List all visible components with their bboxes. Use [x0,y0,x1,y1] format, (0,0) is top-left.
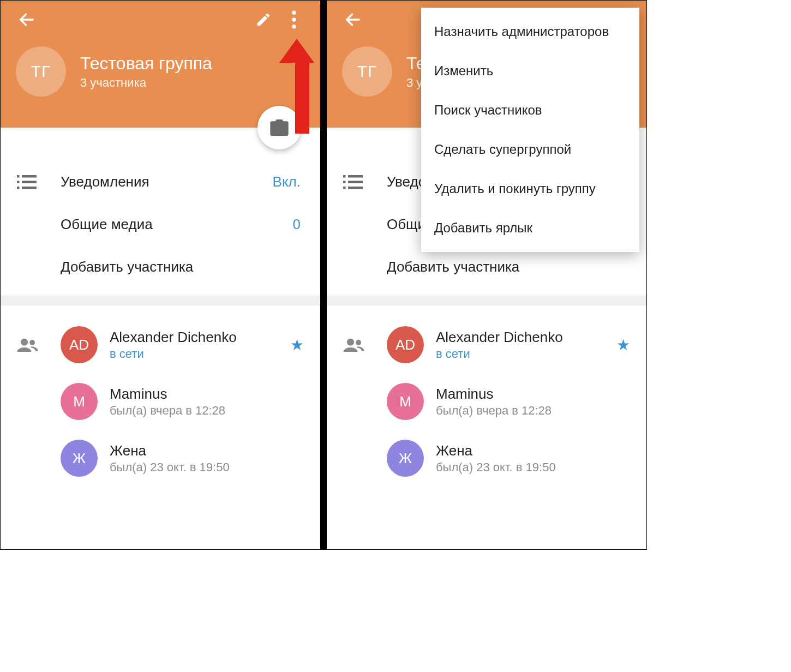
arrow-left-icon [344,10,362,29]
settings-section: Уведомления Вкл. Общие медиа 0 Добавить … [1,128,320,288]
svg-point-19 [347,339,354,346]
svg-point-11 [29,340,35,345]
svg-point-20 [356,340,361,345]
member-status: был(а) 23 окт. в 19:50 [110,460,304,475]
member-status: был(а) 23 окт. в 19:50 [436,460,630,475]
members-icon [343,338,365,352]
notifications-label: Уведомления [61,173,273,190]
member-name: Alexander Dichenko [110,329,290,346]
side-by-side-screenshots: ТГ Тестовая группа 3 участника Уведомлен… [0,0,647,550]
member-name: Жена [436,442,630,459]
member-avatar: M [387,383,424,420]
svg-rect-8 [17,187,20,189]
admin-star-icon: ★ [616,336,630,354]
more-button[interactable] [279,4,309,35]
toolbar [1,1,320,39]
svg-point-3 [292,25,296,28]
member-status: в сети [436,347,616,361]
member-row[interactable]: M Maminus был(а) вчера в 12:28 [1,373,320,430]
menu-item-edit[interactable]: Изменить [421,51,639,91]
svg-rect-18 [348,187,363,189]
back-button[interactable] [338,4,368,35]
list-icon [17,174,37,189]
svg-rect-9 [22,187,37,189]
edit-button[interactable] [248,4,279,35]
camera-icon [268,117,290,139]
member-row[interactable]: Ж Жена был(а) 23 окт. в 19:50 [327,430,646,487]
member-name: Maminus [436,386,630,403]
member-status: в сети [110,347,290,361]
more-vertical-icon [291,10,297,29]
notifications-value: Вкл. [273,173,304,190]
menu-item-search-members[interactable]: Поиск участников [421,91,639,130]
member-row[interactable]: M Maminus был(а) вчера в 12:28 [327,373,646,430]
menu-item-assign-admins[interactable]: Назначить администраторов [421,12,639,51]
back-button[interactable] [11,4,42,35]
arrow-left-icon [17,10,36,29]
member-avatar: AD [387,326,424,363]
svg-rect-17 [343,187,346,189]
members-section: AD Alexander Dichenko в сети ★ M Maminus… [1,305,320,487]
screen-left: ТГ Тестовая группа 3 участника Уведомлен… [1,1,320,549]
overflow-menu: Назначить администраторов Изменить Поиск… [421,8,639,252]
notifications-row[interactable]: Уведомления Вкл. [1,160,320,203]
svg-rect-14 [348,175,363,178]
svg-rect-5 [22,175,37,178]
member-status: был(а) вчера в 12:28 [110,404,304,418]
member-avatar: Ж [387,440,424,477]
member-avatar: M [61,383,98,420]
member-name: Жена [110,442,304,459]
members-section: AD Alexander Dichenko в сети ★ M Maminus… [327,305,646,487]
group-avatar[interactable]: ТГ [16,46,66,97]
menu-item-make-supergroup[interactable]: Сделать супергруппой [421,130,639,169]
member-row[interactable]: AD Alexander Dichenko в сети ★ [327,316,646,373]
member-avatar: Ж [61,440,98,477]
screen-right: ТГ Тестовая группа 3 участника Уведомлен… [327,1,646,549]
svg-rect-4 [17,175,20,178]
shared-media-label: Общие медиа [61,216,293,233]
svg-rect-16 [348,181,363,184]
menu-item-delete-leave[interactable]: Удалить и покинуть группу [421,169,639,208]
add-member-label: Добавить участника [61,259,304,275]
menu-item-add-shortcut[interactable]: Добавить ярлык [421,208,639,248]
member-name: Maminus [110,386,304,403]
add-member-row[interactable]: Добавить участника [1,245,320,288]
svg-rect-15 [343,181,346,184]
members-icon [17,338,39,352]
section-divider [327,296,646,305]
admin-star-icon: ★ [290,336,304,354]
svg-rect-7 [22,181,37,184]
pencil-icon [255,11,272,28]
shared-media-row[interactable]: Общие медиа 0 [1,203,320,245]
shared-media-value: 0 [293,216,304,233]
add-member-label: Добавить участника [387,259,630,275]
member-row[interactable]: Ж Жена был(а) 23 окт. в 19:50 [1,430,320,487]
group-avatar[interactable]: ТГ [342,46,392,97]
group-title-block: ТГ Тестовая группа 3 участника [1,46,320,97]
member-status: был(а) вчера в 12:28 [436,404,630,418]
group-subtitle: 3 участника [80,76,212,90]
screenshot-separator [320,1,327,549]
member-row[interactable]: AD Alexander Dichenko в сети ★ [1,316,320,373]
member-name: Alexander Dichenko [436,329,616,346]
list-icon [343,174,363,189]
svg-point-2 [292,17,296,21]
svg-point-10 [21,339,28,346]
svg-rect-13 [343,175,346,178]
red-arrow-annotation [290,39,314,134]
section-divider [1,296,320,305]
svg-point-1 [292,11,296,15]
svg-rect-6 [17,181,20,184]
member-avatar: AD [61,326,98,363]
group-title: Тестовая группа [80,53,212,74]
